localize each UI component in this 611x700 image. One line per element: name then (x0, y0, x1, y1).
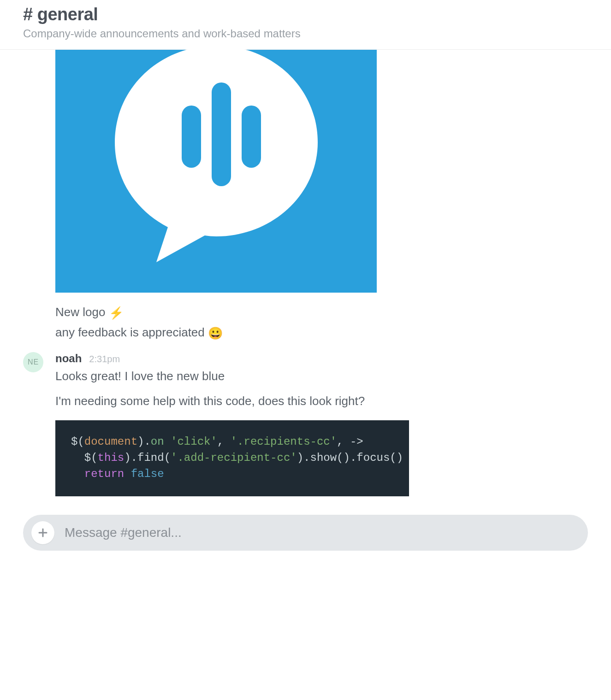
code-token (71, 468, 84, 480)
svg-rect-0 (182, 106, 201, 168)
code-token: $( (71, 452, 98, 464)
svg-rect-2 (242, 106, 261, 168)
grinning-emoji-icon: 😀 (208, 324, 223, 342)
code-token: ).find( (124, 452, 171, 464)
message: New logo ⚡ any feedback is appreciated 😀 (23, 50, 588, 343)
code-token: , (337, 435, 350, 448)
code-token: , (217, 435, 231, 448)
attachment-image[interactable] (55, 50, 377, 293)
code-token: false (131, 468, 164, 480)
zap-emoji-icon: ⚡ (109, 304, 124, 322)
message-list: New logo ⚡ any feedback is appreciated 😀… (0, 50, 611, 496)
svg-rect-1 (212, 82, 231, 186)
plus-icon (38, 528, 48, 538)
message-timestamp: 2:31pm (89, 354, 120, 365)
code-token: $( (71, 435, 84, 448)
code-token (124, 468, 131, 480)
code-token: on (151, 435, 164, 448)
message-text: Looks great! I love the new blue (55, 367, 588, 385)
message-text: any feedback is appreciated 😀 (55, 323, 588, 342)
message-text: I'm needing some help with this code, do… (55, 392, 588, 410)
code-token: 'click' (171, 435, 217, 448)
message-input[interactable] (65, 525, 574, 540)
code-token: ). (137, 435, 151, 448)
code-token: document (84, 435, 137, 448)
code-token: return (84, 468, 124, 480)
message-text: New logo ⚡ (55, 303, 588, 322)
avatar-initials: NE (28, 358, 39, 366)
avatar[interactable]: NE (23, 352, 43, 372)
code-token (164, 435, 171, 448)
message: NE noah 2:31pm Looks great! I love the n… (23, 352, 588, 496)
code-token: '.add-recipient-cc' (171, 452, 297, 464)
code-token: this (98, 452, 125, 464)
message-author[interactable]: noah (55, 352, 82, 365)
text-fragment: any feedback is appreciated (55, 325, 208, 339)
message-header: noah 2:31pm (55, 352, 588, 365)
code-block[interactable]: $(document).on 'click', '.recipients-cc'… (55, 420, 409, 496)
channel-name[interactable]: # general (23, 5, 611, 24)
text-fragment: New logo (55, 305, 109, 319)
code-token: ).show().focus() (297, 452, 403, 464)
chat-bubble-logo-icon (96, 27, 336, 267)
code-token: '.recipients-cc' (231, 435, 337, 448)
composer-area (0, 496, 611, 578)
attach-button[interactable] (31, 521, 54, 544)
message-composer[interactable] (23, 515, 588, 551)
code-token: -> (350, 435, 363, 448)
